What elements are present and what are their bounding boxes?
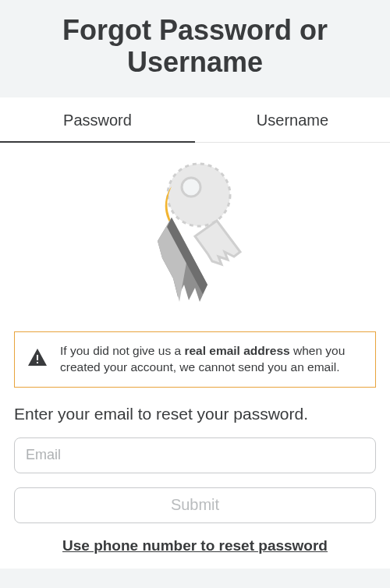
alert-prefix: If you did not give us a xyxy=(60,344,184,357)
alert-text: If you did not give us a real email addr… xyxy=(60,343,363,376)
svg-rect-2 xyxy=(37,355,38,360)
svg-point-0 xyxy=(168,164,230,226)
submit-button[interactable]: Submit xyxy=(14,487,376,523)
email-input[interactable] xyxy=(14,437,376,473)
reset-card: If you did not give us a real email addr… xyxy=(0,143,390,569)
tab-bar: Password Username xyxy=(0,97,390,143)
alert-box: If you did not give us a real email addr… xyxy=(14,331,376,388)
svg-point-1 xyxy=(182,178,200,197)
tab-username[interactable]: Username xyxy=(195,97,390,142)
page-title: Forgot Password or Username xyxy=(8,14,382,79)
instruction-text: Enter your email to reset your password. xyxy=(14,405,376,423)
page-header: Forgot Password or Username xyxy=(0,0,390,97)
keys-icon xyxy=(133,160,257,308)
svg-rect-3 xyxy=(37,362,38,363)
use-phone-link[interactable]: Use phone number to reset password xyxy=(14,537,376,554)
tab-password[interactable]: Password xyxy=(0,97,195,142)
alert-bold: real email address xyxy=(184,344,289,357)
warning-icon xyxy=(27,348,48,370)
key-illustration xyxy=(14,143,376,331)
